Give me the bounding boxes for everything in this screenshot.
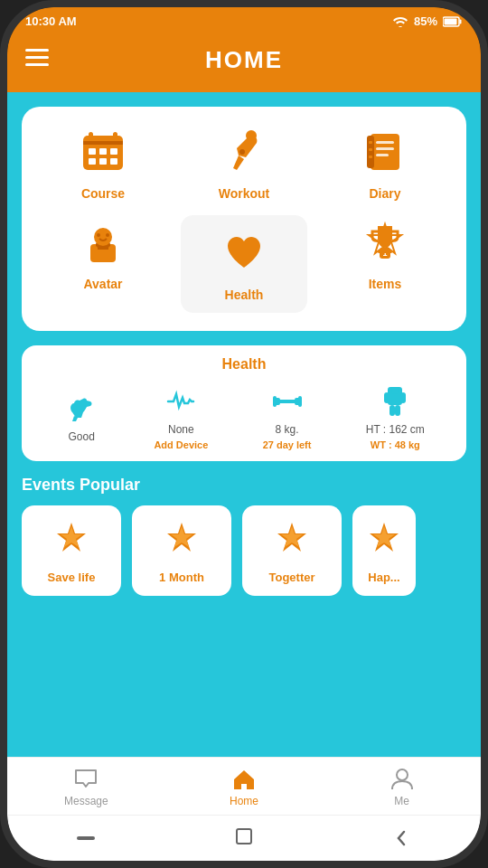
svg-rect-15 [110,158,117,165]
svg-rect-24 [369,148,372,151]
stat-device[interactable]: None Add Device [154,383,208,450]
svg-rect-8 [89,132,93,141]
svg-point-16 [246,130,257,141]
body-icon [377,383,413,420]
svg-rect-50 [395,405,400,416]
svg-rect-2 [445,18,457,24]
items-icon: 1 [358,215,412,269]
svg-rect-11 [99,148,107,155]
stat-wt-value: WT : 48 kg [371,439,420,450]
course-icon [76,125,130,179]
me-nav-icon [389,767,415,792]
svg-rect-4 [25,56,49,59]
save-life-badge-icon [49,518,94,563]
svg-rect-34 [107,257,112,262]
workout-label: Workout [219,186,270,201]
event-together[interactable]: Togetter [242,505,342,596]
1-month-label: 1 Month [159,571,204,584]
bottom-nav: Message Home Me [7,757,481,815]
svg-rect-19 [367,136,374,168]
wifi-icon [392,16,408,27]
svg-rect-60 [77,836,95,840]
svg-rect-21 [376,147,394,150]
svg-rect-13 [89,158,96,165]
svg-rect-12 [110,148,117,155]
grid-item-course[interactable]: Course [40,125,166,201]
svg-rect-41 [278,400,296,403]
event-happy[interactable]: Hap... [352,505,416,596]
message-nav-icon [73,767,99,792]
grid-item-items[interactable]: 1 Items [322,215,448,313]
android-home-btn[interactable] [230,825,258,852]
course-label: Course [81,186,125,201]
stat-weight-value: 27 day left [263,439,312,450]
svg-rect-47 [384,392,389,403]
svg-rect-38 [381,248,389,250]
stat-device-value[interactable]: Add Device [154,439,208,450]
events-title: Events Popular [22,476,466,495]
events-section: Events Popular Save life [22,476,466,599]
stat-ht-label: HT : 162 cm [366,423,425,436]
svg-rect-23 [369,141,372,144]
nav-me[interactable]: Me [375,767,429,807]
battery-percent: 85% [414,14,437,28]
svg-rect-31 [92,246,98,259]
svg-rect-61 [237,829,251,844]
svg-point-17 [239,149,245,155]
happy-badge-icon [361,518,407,563]
main-content: Course Workout [7,92,481,757]
stat-body-stats: HT : 162 cm WT : 48 kg [366,383,425,450]
event-save-life[interactable]: Save life [22,505,121,596]
status-bar: 10:30 AM 85% [7,7,481,35]
grid-item-workout[interactable]: Workout [181,125,307,201]
svg-rect-14 [99,158,107,165]
menu-icon[interactable] [25,49,49,72]
svg-rect-32 [108,246,114,259]
stat-weight-label: 8 kg. [276,423,299,436]
svg-point-28 [94,228,112,246]
1-month-badge-icon [159,518,204,563]
grid-item-health[interactable]: Health [181,215,307,313]
svg-rect-48 [400,392,406,403]
stat-good: Good [63,391,99,443]
stat-good-label: Good [68,430,94,443]
svg-rect-44 [298,396,302,407]
android-menu-btn[interactable] [72,825,99,852]
grid-card: Course Workout [22,107,466,331]
svg-rect-43 [273,396,277,407]
svg-point-29 [97,233,100,237]
together-label: Togetter [268,571,314,584]
message-nav-label: Message [64,795,108,807]
svg-rect-5 [25,63,49,66]
status-time: 10:30 AM [25,14,77,28]
save-life-label: Save life [48,571,96,584]
home-nav-label: Home [230,795,258,807]
status-icons: 85% [392,14,463,28]
me-nav-label: Me [394,795,409,807]
event-1-month[interactable]: 1 Month [132,505,231,596]
svg-rect-1 [460,19,462,24]
home-nav-icon [231,767,257,792]
dumbbell-icon [269,383,305,420]
together-badge-icon [269,518,314,563]
page-title: HOME [205,46,283,74]
nav-home[interactable]: Home [217,767,271,807]
svg-rect-20 [376,141,394,144]
svg-rect-10 [89,148,96,155]
svg-rect-39 [378,250,392,253]
avatar-icon [76,215,130,269]
svg-rect-25 [369,156,372,158]
workout-icon [217,125,271,179]
muscle-icon [63,391,99,427]
svg-point-30 [106,233,109,237]
svg-rect-49 [389,405,395,416]
android-back-btn[interactable] [389,825,416,852]
grid-item-diary[interactable]: Diary [322,125,448,201]
grid-item-avatar[interactable]: Avatar [40,215,166,313]
nav-message[interactable]: Message [59,767,113,807]
battery-icon [443,16,463,27]
events-scroll: Save life 1 Month [22,505,466,599]
health-stats-row: Good None Add Device [36,383,452,450]
items-label: Items [369,277,402,291]
svg-rect-22 [376,154,389,156]
